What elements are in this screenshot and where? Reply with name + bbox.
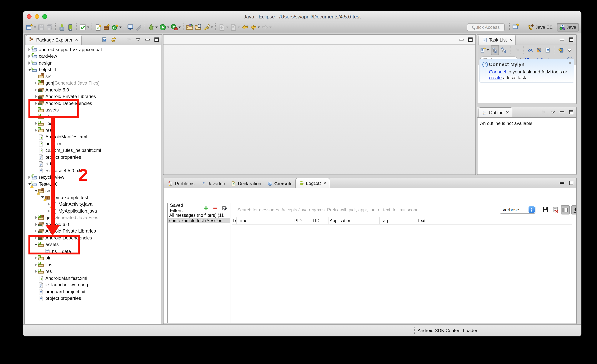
maximize-button[interactable] bbox=[568, 109, 575, 116]
dropdown-caret-icon[interactable] bbox=[119, 27, 122, 28]
tab-console[interactable]: Console bbox=[264, 179, 296, 188]
tree-expand-icon[interactable] bbox=[34, 263, 38, 266]
tab-logcat[interactable]: LogCat✕ bbox=[296, 178, 330, 188]
tree-item-com-example-test[interactable]: com.example.test bbox=[25, 194, 161, 201]
minimize-window-button[interactable] bbox=[35, 14, 39, 19]
dropdown-caret-icon[interactable] bbox=[179, 27, 181, 28]
tree-collapse-icon[interactable] bbox=[27, 183, 31, 185]
minimize-bottom-panel-button[interactable] bbox=[558, 179, 566, 186]
link-with-editor-button[interactable] bbox=[110, 36, 117, 43]
tab-javadoc[interactable]: @Javadoc bbox=[197, 179, 228, 188]
column-header-le[interactable]: Le bbox=[232, 217, 236, 224]
tree-item-libs[interactable]: alibs bbox=[25, 120, 161, 127]
tree-expand-icon[interactable] bbox=[47, 209, 51, 213]
tree-item-androidmanifest-xml[interactable]: aAndroidManifest.xml bbox=[25, 275, 161, 282]
new-task-button[interactable] bbox=[479, 45, 490, 54]
hide-completed-tasks-button[interactable] bbox=[527, 45, 534, 54]
tree-expand-icon[interactable] bbox=[34, 256, 38, 260]
minimize-button[interactable] bbox=[558, 109, 566, 116]
tree-item-custom-rules-helpshift-xml[interactable]: acustom_rules_helpshift.xml bbox=[25, 147, 161, 154]
tab-declaration[interactable]: Declaration bbox=[228, 179, 264, 188]
view-menu-button[interactable] bbox=[135, 36, 141, 43]
tree-item-bin[interactable]: abin bbox=[25, 255, 161, 261]
tree-expand-icon[interactable] bbox=[34, 230, 38, 233]
tree-expand-icon[interactable] bbox=[34, 88, 38, 92]
show-categorized-button[interactable] bbox=[491, 45, 499, 55]
column-header-tid[interactable]: TID bbox=[311, 217, 329, 224]
ddms-button[interactable] bbox=[126, 23, 135, 32]
tree-item-gen[interactable]: agen [Generated Java Files] bbox=[25, 214, 161, 221]
tree-item-gen[interactable]: agen [Generated Java Files] bbox=[25, 80, 161, 86]
scroll-to-end-button[interactable] bbox=[571, 205, 576, 215]
dismiss-mylyn-icon[interactable]: ✕ bbox=[568, 61, 572, 65]
minimize-button[interactable] bbox=[144, 36, 151, 43]
tree-item-r-txt[interactable]: R.txt bbox=[25, 161, 161, 167]
new-java-class-button[interactable]: C bbox=[111, 23, 122, 32]
tree-expand-icon[interactable] bbox=[34, 223, 38, 226]
close-icon[interactable]: ✕ bbox=[509, 38, 512, 42]
tree-collapse-icon[interactable] bbox=[34, 190, 38, 192]
connect-link[interactable]: Connect bbox=[489, 69, 506, 75]
minimize-editor-button[interactable] bbox=[458, 36, 465, 43]
close-icon[interactable]: ✕ bbox=[506, 110, 509, 115]
dropdown-caret-icon[interactable] bbox=[269, 27, 272, 28]
synchronize-button[interactable] bbox=[557, 45, 565, 54]
open-type-button[interactable] bbox=[185, 23, 194, 32]
tab-package-explorer[interactable]: Package Explorer ✕ bbox=[26, 35, 82, 45]
tree-expand-icon[interactable] bbox=[27, 62, 31, 65]
tree-item-project-properties[interactable]: project.properties bbox=[25, 154, 161, 161]
log-level-select[interactable]: verbose ▲▼ bbox=[500, 206, 535, 214]
perspective-java-button[interactable]: JJava bbox=[557, 23, 579, 31]
tree-item-myapplication-java[interactable]: JMyApplication.java bbox=[25, 208, 161, 214]
dropdown-caret-icon[interactable] bbox=[211, 27, 213, 28]
tree-expand-icon[interactable] bbox=[27, 55, 31, 58]
collapse-all-button[interactable] bbox=[101, 36, 108, 43]
tree-expand-icon[interactable] bbox=[34, 270, 38, 273]
dropdown-caret-icon[interactable] bbox=[34, 27, 36, 28]
dropdown-caret-icon[interactable] bbox=[87, 27, 89, 28]
view-menu-button[interactable] bbox=[549, 109, 556, 116]
maximize-bottom-panel-button[interactable] bbox=[568, 179, 575, 186]
tree-item-src[interactable]: src bbox=[25, 187, 161, 194]
tree-item-libs[interactable]: alibs bbox=[25, 261, 161, 268]
tab-problems[interactable]: Problems bbox=[165, 179, 197, 188]
tree-expand-icon[interactable] bbox=[34, 122, 38, 125]
column-header-time[interactable]: Time bbox=[236, 217, 293, 224]
close-icon[interactable]: ✕ bbox=[323, 181, 326, 185]
tab-task-list[interactable]: Task List ✕ bbox=[479, 35, 516, 45]
quick-access-field[interactable]: Quick Access bbox=[467, 23, 505, 31]
close-window-button[interactable] bbox=[27, 14, 31, 19]
debug-button[interactable] bbox=[147, 23, 158, 32]
show-scheduled-button[interactable] bbox=[500, 45, 507, 54]
tree-item-proguard-project-txt[interactable]: proguard-project.txt bbox=[25, 288, 161, 295]
maximize-task-list-button[interactable] bbox=[568, 36, 575, 43]
collapse-all-button[interactable] bbox=[544, 45, 551, 54]
android-virtual-device-manager-button[interactable] bbox=[66, 23, 75, 32]
view-menu-button[interactable] bbox=[566, 45, 573, 54]
tree-expand-icon[interactable] bbox=[34, 129, 38, 132]
tree-item-release-4-5-0-txt[interactable]: Release-4.5.0.txt bbox=[25, 167, 161, 174]
edit-filter-button[interactable] bbox=[221, 203, 228, 213]
tree-item-helpshift[interactable]: ahelpshift bbox=[25, 66, 161, 73]
tree-expand-icon[interactable] bbox=[34, 216, 38, 219]
zoom-window-button[interactable] bbox=[42, 14, 47, 19]
clear-log-button[interactable] bbox=[551, 205, 559, 214]
remove-filter-button[interactable] bbox=[212, 203, 219, 213]
column-header-tag[interactable]: Tag bbox=[380, 217, 416, 224]
tree-item-build-xml[interactable]: abuild.xml bbox=[25, 140, 161, 147]
export-log-button[interactable] bbox=[542, 205, 550, 214]
back-button[interactable] bbox=[249, 23, 261, 32]
logcat-filter-selected[interactable]: com.example.test (Session bbox=[168, 218, 230, 223]
tree-item-res[interactable]: ares bbox=[25, 268, 161, 275]
close-icon[interactable]: ✕ bbox=[75, 38, 78, 42]
search-button[interactable] bbox=[202, 23, 214, 32]
dropdown-caret-icon[interactable] bbox=[167, 27, 169, 28]
dropdown-caret-icon[interactable] bbox=[155, 27, 158, 28]
tree-item-test4-5-0[interactable]: aTest4.5.0 bbox=[25, 181, 161, 187]
run-external-tools-button[interactable] bbox=[170, 23, 181, 32]
tree-item-project-properties[interactable]: project.properties bbox=[25, 295, 161, 302]
tab-outline[interactable]: Outline ✕ bbox=[479, 107, 513, 117]
toggle-filters-pane-button[interactable] bbox=[561, 205, 570, 215]
open-task-button[interactable] bbox=[194, 23, 202, 32]
open-perspective-button[interactable] bbox=[512, 23, 520, 32]
